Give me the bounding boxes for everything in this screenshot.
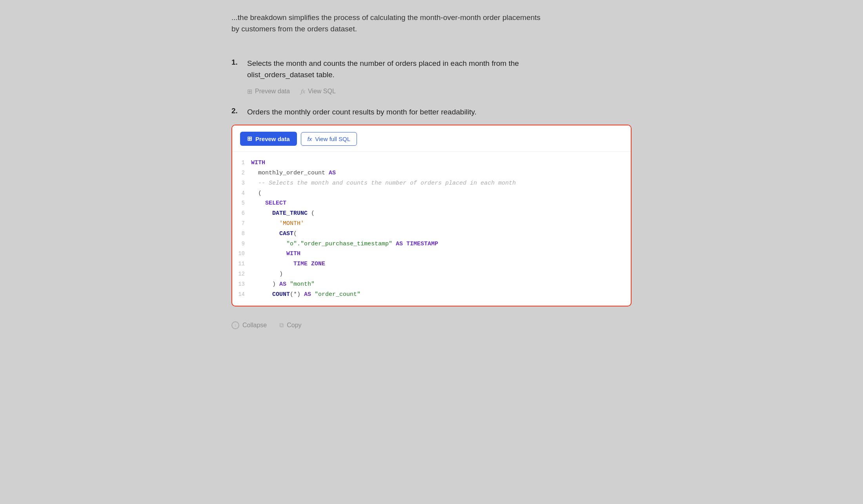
top-description: ...the breakdown simplifies the process … <box>231 0 632 47</box>
copy-button[interactable]: ⧉ Copy <box>279 322 301 329</box>
line-number: 9 <box>236 239 251 248</box>
preview-data-button[interactable]: ⊞ Prevew data <box>240 132 297 146</box>
line-number: 3 <box>236 178 251 188</box>
table-row: 12 ) <box>236 269 623 279</box>
table-icon-btn: ⊞ <box>247 135 252 142</box>
line-content: "o"."order_purchase_timestamp" AS TIMEST… <box>251 239 438 249</box>
collapse-button[interactable]: ↑ Collapse <box>231 321 267 329</box>
line-content: -- Selects the month and counts the numb… <box>251 178 516 189</box>
view-full-sql-button[interactable]: fx View full SQL <box>301 132 357 146</box>
line-number: 10 <box>236 249 251 258</box>
code-block-header: ⊞ Prevew data fx View full SQL <box>232 125 631 152</box>
line-number: 7 <box>236 219 251 228</box>
collapse-label: Collapse <box>242 322 267 329</box>
table-row: 2 monthly_order_count AS <box>236 168 623 178</box>
line-content: DATE_TRUNC ( <box>251 208 315 219</box>
line-content: TIME ZONE <box>251 259 325 269</box>
bottom-actions: ↑ Collapse ⧉ Copy <box>231 317 632 337</box>
table-row: 13 ) AS "month" <box>236 279 623 290</box>
preview-btn-label: Prevew data <box>255 136 290 142</box>
view-sql-inline-button[interactable]: 𝑓𝑥 View SQL <box>301 88 336 95</box>
line-content: COUNT(*) AS "order_count" <box>251 290 360 300</box>
table-row: 10 WITH <box>236 249 623 259</box>
line-content: WITH <box>251 249 300 259</box>
line-content: WITH <box>251 158 265 168</box>
preview-data-inline-label: Prevew data <box>255 88 290 95</box>
line-content: monthly_order_count AS <box>251 168 336 178</box>
viewsql-btn-label: View full SQL <box>315 136 350 142</box>
line-number: 1 <box>236 158 251 167</box>
fx-icon-btn: fx <box>308 136 312 142</box>
line-number: 8 <box>236 229 251 238</box>
fx-icon: 𝑓𝑥 <box>301 88 305 95</box>
line-number: 4 <box>236 189 251 198</box>
copy-label: Copy <box>287 322 301 329</box>
line-content: CAST( <box>251 229 297 239</box>
inline-actions-1: ⊞ Prevew data 𝑓𝑥 View SQL <box>247 88 632 95</box>
table-row: 14 COUNT(*) AS "order_count" <box>236 290 623 300</box>
table-row: 1WITH <box>236 158 623 168</box>
item-number-2: 2. <box>231 106 242 115</box>
line-content: ) AS "month" <box>251 279 315 290</box>
item-text-2: Orders the monthly order count results b… <box>247 106 477 118</box>
numbered-section-1: 1. Selects the month and counts the numb… <box>231 58 632 95</box>
preview-data-inline-button[interactable]: ⊞ Prevew data <box>247 88 290 95</box>
partial-text: ...the breakdown simplifies the process … <box>231 12 632 35</box>
line-number: 11 <box>236 259 251 268</box>
line-content: ) <box>251 269 283 279</box>
table-row: 4 ( <box>236 189 623 199</box>
table-icon: ⊞ <box>247 88 252 95</box>
table-row: 3 -- Selects the month and counts the nu… <box>236 178 623 189</box>
copy-icon: ⧉ <box>279 322 284 329</box>
table-row: 5 SELECT <box>236 198 623 208</box>
line-content: 'MONTH' <box>251 219 304 229</box>
table-row: 7 'MONTH' <box>236 219 623 229</box>
collapse-icon: ↑ <box>231 321 239 329</box>
line-content: SELECT <box>251 198 286 208</box>
table-row: 11 TIME ZONE <box>236 259 623 269</box>
code-editor: 1WITH2 monthly_order_count AS3 -- Select… <box>232 152 631 306</box>
code-block: ⊞ Prevew data fx View full SQL 1WITH2 mo… <box>231 125 632 306</box>
view-sql-inline-label: View SQL <box>308 88 336 95</box>
table-row: 6 DATE_TRUNC ( <box>236 208 623 219</box>
numbered-item-1: 1. Selects the month and counts the numb… <box>231 58 632 81</box>
numbered-item-2: 2. Orders the monthly order count result… <box>231 106 632 118</box>
line-number: 2 <box>236 168 251 178</box>
item-text-1: Selects the month and counts the number … <box>247 58 519 81</box>
line-content: ( <box>251 189 262 199</box>
line-number: 6 <box>236 208 251 218</box>
line-number: 12 <box>236 269 251 279</box>
table-row: 8 CAST( <box>236 229 623 239</box>
numbered-section-2: 2. Orders the monthly order count result… <box>231 106 632 307</box>
item-number-1: 1. <box>231 58 242 67</box>
table-row: 9 "o"."order_purchase_timestamp" AS TIME… <box>236 239 623 249</box>
line-number: 5 <box>236 198 251 208</box>
line-number: 13 <box>236 279 251 289</box>
line-number: 14 <box>236 290 251 299</box>
